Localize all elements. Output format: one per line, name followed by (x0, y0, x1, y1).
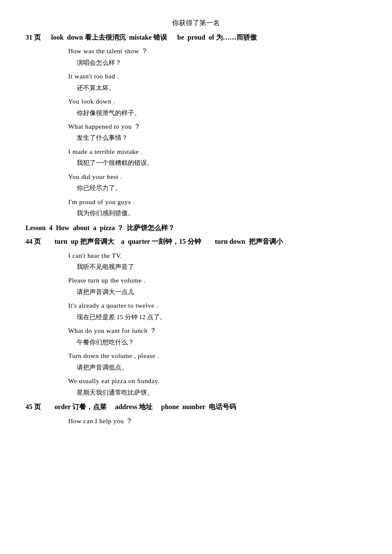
top-title-text: 你获得了第一名 (172, 19, 220, 26)
heading-45: 45 页 order 订餐，点菜 address 地址 phone number… (26, 401, 366, 413)
dialogue-item-8: I can't hear the TV. 我听不见电视声音了 (68, 249, 366, 273)
dialogue-zh-1: 演唱会怎么样？ (77, 58, 366, 69)
dialogue-zh-13: 星期天我们通常吃比萨饼。 (77, 387, 366, 398)
dialogue-item-9: Please turn up the volume . 请把声音调大一点儿 (68, 274, 366, 297)
heading-31: 31 页 look down 看上去很消沉 mistake 错误 be prou… (26, 31, 366, 44)
dialogue-item-6: You did your best . 你已经尽力了。 (68, 170, 366, 194)
dialogue-en-5: I made a terrible mistake . (68, 145, 366, 158)
dialogue-group-3: How can I help you ？ (26, 415, 366, 427)
heading-lesson4-text: Lesson 4 How about a pizza ？ 比萨饼怎么样？ (26, 224, 175, 231)
heading-44: 44 页 turn up 把声音调大 a quarter 一刻钟，15 分钟 t… (26, 235, 366, 248)
dialogue-item-3: You look down . 你好像很泄气的样子。 (68, 95, 366, 118)
dialogue-zh-4: 发生了什么事情？ (77, 133, 366, 144)
dialogue-item-5: I made a terrible mistake . 我犯了一个很糟糕的错误。 (68, 145, 366, 169)
dialogue-zh-6: 你已经尽力了。 (77, 183, 366, 194)
dialogue-group-2: I can't hear the TV. 我听不见电视声音了 Please tu… (26, 249, 366, 398)
dialogue-zh-7: 我为你们感到骄傲。 (77, 208, 366, 219)
heading-44-text: 44 页 turn up 把声音调大 a quarter 一刻钟，15 分钟 t… (26, 238, 283, 245)
heading-45-text: 45 页 order 订餐，点菜 address 地址 phone number… (26, 403, 236, 410)
dialogue-en-6: You did your best . (68, 170, 366, 183)
dialogue-en-14: How can I help you ？ (68, 415, 366, 427)
dialogue-en-9: Please turn up the volume . (68, 274, 366, 286)
dialogue-item-1: How was the talent show ？ 演唱会怎么样？ (68, 45, 366, 68)
dialogue-zh-5: 我犯了一个很糟糕的错误。 (77, 158, 366, 169)
dialogue-zh-9: 请把声音调大一点儿 (77, 287, 366, 298)
dialogue-item-13: We usually eat pizza on Sunday. 星期天我们通常吃… (68, 375, 366, 398)
dialogue-item-2: It wasn't too bad . 还不算太坏。 (68, 70, 366, 93)
dialogue-en-13: We usually eat pizza on Sunday. (68, 375, 366, 387)
dialogue-item-11: What do you want for lunch ？ 午餐你们想吃什么？ (68, 324, 366, 348)
dialogue-item-10: It's already a quarter to twelve . 现在已经是… (68, 299, 366, 323)
page-content: 你获得了第一名 31 页 look down 看上去很消沉 mistake 错误… (26, 17, 366, 427)
dialogue-item-14: How can I help you ？ (68, 415, 366, 427)
dialogue-zh-3: 你好像很泄气的样子。 (77, 108, 366, 119)
dialogue-group-1: How was the talent show ？ 演唱会怎么样？ It was… (26, 45, 366, 219)
dialogue-en-11: What do you want for lunch ？ (68, 324, 366, 337)
dialogue-item-4: What happened to you ？ 发生了什么事情？ (68, 120, 366, 144)
dialogue-zh-11: 午餐你们想吃什么？ (77, 337, 366, 348)
dialogue-zh-8: 我听不见电视声音了 (77, 262, 366, 273)
dialogue-item-12: Turn down the volume , please . 请把声音调低点。 (68, 349, 366, 373)
dialogue-en-1: How was the talent show ？ (68, 45, 366, 57)
dialogue-en-12: Turn down the volume , please . (68, 349, 366, 362)
dialogue-en-8: I can't hear the TV. (68, 249, 366, 262)
dialogue-en-4: What happened to you ？ (68, 120, 366, 133)
dialogue-en-2: It wasn't too bad . (68, 70, 366, 82)
dialogue-en-10: It's already a quarter to twelve . (68, 299, 366, 312)
dialogue-zh-12: 请把声音调低点。 (77, 362, 366, 373)
heading-lesson4: Lesson 4 How about a pizza ？ 比萨饼怎么样？ (26, 222, 366, 234)
dialogue-en-7: I'm proud of you guys . (68, 196, 366, 208)
dialogue-zh-2: 还不算太坏。 (77, 83, 366, 94)
dialogue-zh-10: 现在已经是差 15 分钟 12 点了。 (77, 312, 366, 323)
heading-31-text: 31 页 look down 看上去很消沉 mistake 错误 be prou… (26, 34, 257, 41)
dialogue-en-3: You look down . (68, 95, 366, 107)
dialogue-item-7: I'm proud of you guys . 我为你们感到骄傲。 (68, 196, 366, 219)
top-title-line: 你获得了第一名 (26, 17, 366, 29)
